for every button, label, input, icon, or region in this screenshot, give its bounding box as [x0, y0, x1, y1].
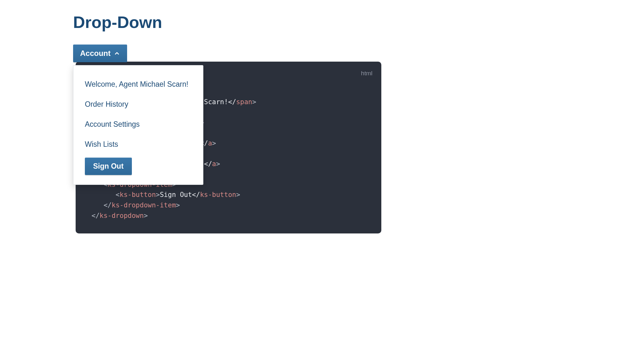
dropdown-greeting: Welcome, Agent Michael Scarn!	[73, 74, 203, 94]
page-title: Drop-Down	[73, 13, 626, 32]
dropdown-item-wish-lists[interactable]: Wish Lists	[73, 134, 203, 154]
dropdown-panel: Welcome, Agent Michael Scarn! Order Hist…	[73, 65, 203, 185]
example-stage: Account Welcome, Agent Michael Scarn! Or…	[73, 44, 626, 233]
dropdown-toggle-label: Account	[80, 49, 111, 58]
chevron-up-icon	[114, 50, 120, 57]
dropdown-button-row: Sign Out	[73, 154, 203, 175]
sign-out-button[interactable]: Sign Out	[85, 158, 132, 175]
code-language-badge: html	[361, 69, 372, 78]
dropdown-item-order-history[interactable]: Order History	[73, 94, 203, 114]
dropdown-item-account-settings[interactable]: Account Settings	[73, 114, 203, 134]
account-dropdown-toggle[interactable]: Account	[73, 44, 127, 62]
dropdown: Account Welcome, Agent Michael Scarn! Or…	[73, 44, 127, 62]
